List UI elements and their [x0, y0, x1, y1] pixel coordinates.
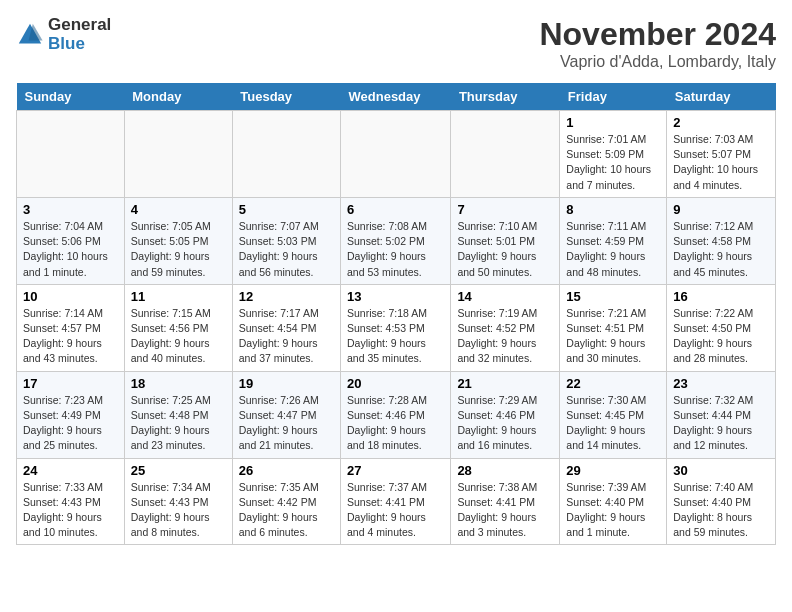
day-info: Sunrise: 7:30 AM Sunset: 4:45 PM Dayligh…: [566, 393, 660, 454]
calendar-cell: [451, 111, 560, 198]
day-number: 13: [347, 289, 444, 304]
day-number: 11: [131, 289, 226, 304]
weekday-header-thursday: Thursday: [451, 83, 560, 111]
day-info: Sunrise: 7:39 AM Sunset: 4:40 PM Dayligh…: [566, 480, 660, 541]
day-info: Sunrise: 7:08 AM Sunset: 5:02 PM Dayligh…: [347, 219, 444, 280]
calendar-cell: 1Sunrise: 7:01 AM Sunset: 5:09 PM Daylig…: [560, 111, 667, 198]
calendar-week-row: 17Sunrise: 7:23 AM Sunset: 4:49 PM Dayli…: [17, 371, 776, 458]
weekday-header-monday: Monday: [124, 83, 232, 111]
day-info: Sunrise: 7:15 AM Sunset: 4:56 PM Dayligh…: [131, 306, 226, 367]
day-info: Sunrise: 7:26 AM Sunset: 4:47 PM Dayligh…: [239, 393, 334, 454]
calendar-cell: 16Sunrise: 7:22 AM Sunset: 4:50 PM Dayli…: [667, 284, 776, 371]
weekday-header-row: SundayMondayTuesdayWednesdayThursdayFrid…: [17, 83, 776, 111]
calendar-cell: 24Sunrise: 7:33 AM Sunset: 4:43 PM Dayli…: [17, 458, 125, 545]
day-info: Sunrise: 7:04 AM Sunset: 5:06 PM Dayligh…: [23, 219, 118, 280]
calendar-cell: 10Sunrise: 7:14 AM Sunset: 4:57 PM Dayli…: [17, 284, 125, 371]
day-number: 15: [566, 289, 660, 304]
calendar-week-row: 1Sunrise: 7:01 AM Sunset: 5:09 PM Daylig…: [17, 111, 776, 198]
day-number: 6: [347, 202, 444, 217]
calendar-week-row: 10Sunrise: 7:14 AM Sunset: 4:57 PM Dayli…: [17, 284, 776, 371]
weekday-header-saturday: Saturday: [667, 83, 776, 111]
day-number: 9: [673, 202, 769, 217]
day-info: Sunrise: 7:32 AM Sunset: 4:44 PM Dayligh…: [673, 393, 769, 454]
day-info: Sunrise: 7:03 AM Sunset: 5:07 PM Dayligh…: [673, 132, 769, 193]
calendar-cell: 6Sunrise: 7:08 AM Sunset: 5:02 PM Daylig…: [341, 197, 451, 284]
day-info: Sunrise: 7:40 AM Sunset: 4:40 PM Dayligh…: [673, 480, 769, 541]
calendar-cell: 5Sunrise: 7:07 AM Sunset: 5:03 PM Daylig…: [232, 197, 340, 284]
calendar-cell: [232, 111, 340, 198]
day-info: Sunrise: 7:35 AM Sunset: 4:42 PM Dayligh…: [239, 480, 334, 541]
day-info: Sunrise: 7:01 AM Sunset: 5:09 PM Dayligh…: [566, 132, 660, 193]
calendar-cell: [17, 111, 125, 198]
calendar-cell: 19Sunrise: 7:26 AM Sunset: 4:47 PM Dayli…: [232, 371, 340, 458]
day-info: Sunrise: 7:25 AM Sunset: 4:48 PM Dayligh…: [131, 393, 226, 454]
day-number: 29: [566, 463, 660, 478]
day-number: 20: [347, 376, 444, 391]
calendar-table: SundayMondayTuesdayWednesdayThursdayFrid…: [16, 83, 776, 545]
day-info: Sunrise: 7:34 AM Sunset: 4:43 PM Dayligh…: [131, 480, 226, 541]
day-info: Sunrise: 7:14 AM Sunset: 4:57 PM Dayligh…: [23, 306, 118, 367]
calendar-cell: 25Sunrise: 7:34 AM Sunset: 4:43 PM Dayli…: [124, 458, 232, 545]
logo-text-blue: Blue: [48, 35, 111, 54]
day-info: Sunrise: 7:19 AM Sunset: 4:52 PM Dayligh…: [457, 306, 553, 367]
logo: General Blue: [16, 16, 111, 53]
day-number: 10: [23, 289, 118, 304]
month-title: November 2024: [539, 16, 776, 53]
calendar-cell: [341, 111, 451, 198]
day-info: Sunrise: 7:37 AM Sunset: 4:41 PM Dayligh…: [347, 480, 444, 541]
day-info: Sunrise: 7:33 AM Sunset: 4:43 PM Dayligh…: [23, 480, 118, 541]
day-number: 3: [23, 202, 118, 217]
calendar-cell: 8Sunrise: 7:11 AM Sunset: 4:59 PM Daylig…: [560, 197, 667, 284]
day-number: 28: [457, 463, 553, 478]
calendar-cell: 12Sunrise: 7:17 AM Sunset: 4:54 PM Dayli…: [232, 284, 340, 371]
calendar-cell: 30Sunrise: 7:40 AM Sunset: 4:40 PM Dayli…: [667, 458, 776, 545]
day-info: Sunrise: 7:38 AM Sunset: 4:41 PM Dayligh…: [457, 480, 553, 541]
day-info: Sunrise: 7:17 AM Sunset: 4:54 PM Dayligh…: [239, 306, 334, 367]
calendar-cell: 7Sunrise: 7:10 AM Sunset: 5:01 PM Daylig…: [451, 197, 560, 284]
calendar-cell: 18Sunrise: 7:25 AM Sunset: 4:48 PM Dayli…: [124, 371, 232, 458]
calendar-cell: 28Sunrise: 7:38 AM Sunset: 4:41 PM Dayli…: [451, 458, 560, 545]
day-number: 2: [673, 115, 769, 130]
calendar-cell: 26Sunrise: 7:35 AM Sunset: 4:42 PM Dayli…: [232, 458, 340, 545]
calendar-cell: 29Sunrise: 7:39 AM Sunset: 4:40 PM Dayli…: [560, 458, 667, 545]
day-info: Sunrise: 7:11 AM Sunset: 4:59 PM Dayligh…: [566, 219, 660, 280]
calendar-week-row: 24Sunrise: 7:33 AM Sunset: 4:43 PM Dayli…: [17, 458, 776, 545]
day-info: Sunrise: 7:29 AM Sunset: 4:46 PM Dayligh…: [457, 393, 553, 454]
day-info: Sunrise: 7:07 AM Sunset: 5:03 PM Dayligh…: [239, 219, 334, 280]
weekday-header-wednesday: Wednesday: [341, 83, 451, 111]
day-info: Sunrise: 7:10 AM Sunset: 5:01 PM Dayligh…: [457, 219, 553, 280]
day-number: 30: [673, 463, 769, 478]
day-info: Sunrise: 7:22 AM Sunset: 4:50 PM Dayligh…: [673, 306, 769, 367]
day-number: 23: [673, 376, 769, 391]
calendar-cell: [124, 111, 232, 198]
day-info: Sunrise: 7:28 AM Sunset: 4:46 PM Dayligh…: [347, 393, 444, 454]
day-info: Sunrise: 7:12 AM Sunset: 4:58 PM Dayligh…: [673, 219, 769, 280]
location-subtitle: Vaprio d'Adda, Lombardy, Italy: [539, 53, 776, 71]
day-number: 17: [23, 376, 118, 391]
day-number: 19: [239, 376, 334, 391]
day-number: 8: [566, 202, 660, 217]
day-info: Sunrise: 7:21 AM Sunset: 4:51 PM Dayligh…: [566, 306, 660, 367]
calendar-cell: 23Sunrise: 7:32 AM Sunset: 4:44 PM Dayli…: [667, 371, 776, 458]
day-number: 24: [23, 463, 118, 478]
day-number: 16: [673, 289, 769, 304]
calendar-cell: 21Sunrise: 7:29 AM Sunset: 4:46 PM Dayli…: [451, 371, 560, 458]
calendar-cell: 13Sunrise: 7:18 AM Sunset: 4:53 PM Dayli…: [341, 284, 451, 371]
day-info: Sunrise: 7:05 AM Sunset: 5:05 PM Dayligh…: [131, 219, 226, 280]
day-number: 5: [239, 202, 334, 217]
day-number: 4: [131, 202, 226, 217]
day-number: 12: [239, 289, 334, 304]
day-number: 22: [566, 376, 660, 391]
day-number: 26: [239, 463, 334, 478]
logo-icon: [16, 21, 44, 49]
day-number: 14: [457, 289, 553, 304]
calendar-cell: 17Sunrise: 7:23 AM Sunset: 4:49 PM Dayli…: [17, 371, 125, 458]
day-number: 21: [457, 376, 553, 391]
calendar-cell: 20Sunrise: 7:28 AM Sunset: 4:46 PM Dayli…: [341, 371, 451, 458]
calendar-cell: 15Sunrise: 7:21 AM Sunset: 4:51 PM Dayli…: [560, 284, 667, 371]
calendar-cell: 3Sunrise: 7:04 AM Sunset: 5:06 PM Daylig…: [17, 197, 125, 284]
calendar-cell: 27Sunrise: 7:37 AM Sunset: 4:41 PM Dayli…: [341, 458, 451, 545]
day-number: 25: [131, 463, 226, 478]
calendar-cell: 4Sunrise: 7:05 AM Sunset: 5:05 PM Daylig…: [124, 197, 232, 284]
weekday-header-friday: Friday: [560, 83, 667, 111]
